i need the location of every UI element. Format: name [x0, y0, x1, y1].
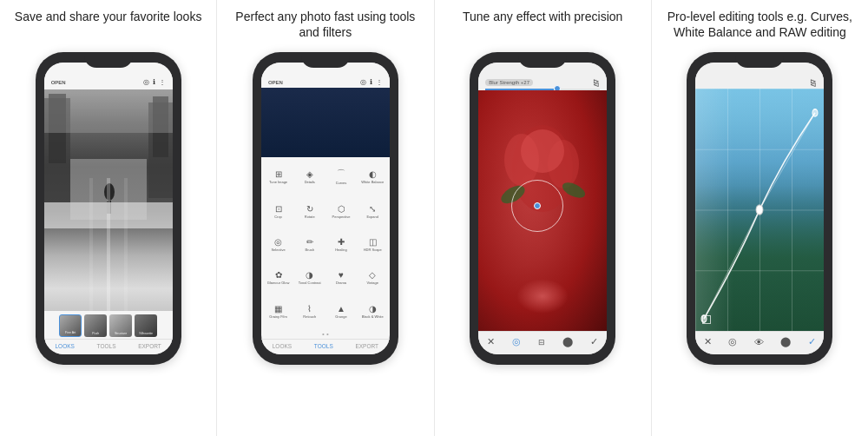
tune-image-label: Tune Image	[269, 180, 287, 184]
notch-2	[301, 52, 350, 68]
black-white-label: Black & White	[362, 314, 384, 319]
white-balance-label: White Balance	[361, 180, 384, 184]
tool-white-balance[interactable]: ◐ White Balance	[358, 159, 388, 194]
grainy-film-label: Grainy Film	[269, 314, 286, 319]
healing-icon: ✚	[338, 237, 345, 247]
tool-vintage[interactable]: ◇ Vintage	[358, 261, 388, 294]
location-icon-2: ◎	[360, 78, 366, 86]
screen-1: OPEN ◎ ℹ ⋮	[44, 63, 173, 354]
tool-expand[interactable]: ⤡ Expand	[358, 195, 388, 227]
tool-rotate[interactable]: ↻ Rotate	[294, 195, 325, 227]
panel-1-caption: Save and share your favorite looks	[15, 9, 202, 45]
tool-glamour-glow[interactable]: ✿ Glamour Glow	[263, 261, 293, 294]
tool-crop[interactable]: ⊡ Crop	[263, 195, 293, 227]
tool-grunge[interactable]: ▲ Grunge	[326, 295, 356, 327]
tool-drama[interactable]: ♥ Drama	[326, 261, 356, 294]
phone-frame-2: OPEN ◎ ℹ ⋮ ⊞ Tune Image ◈ Details	[253, 52, 398, 365]
info-icon-2: ℹ	[370, 78, 372, 86]
open-button[interactable]: OPEN	[51, 80, 66, 85]
vintage-icon: ◇	[369, 270, 376, 280]
tool-grainy-film[interactable]: ▦ Grainy Film	[263, 295, 293, 327]
tab-looks-2[interactable]: LOOKS	[273, 343, 292, 349]
svg-rect-8	[44, 89, 173, 133]
tool-brush[interactable]: ✏ Brush	[294, 228, 325, 261]
p4-main-photo	[695, 89, 824, 331]
cancel-icon-4[interactable]: ✕	[704, 336, 712, 347]
p2-main-photo	[261, 88, 390, 157]
selective-label: Selective	[271, 248, 285, 252]
phone-frame-1: OPEN ◎ ℹ ⋮	[36, 52, 181, 365]
notch-3	[518, 52, 567, 68]
panel-4-caption: Pro-level editing tools e.g. Curves, Whi…	[659, 9, 861, 45]
tab-export-2[interactable]: EXPORT	[355, 343, 378, 349]
tool-perspective[interactable]: ⬡ Perspective	[326, 195, 356, 227]
tab-tools-2[interactable]: TOOLS	[314, 343, 333, 349]
split-view-icon-4[interactable]: ⧎	[810, 78, 817, 87]
mask-icon[interactable]: ⬤	[562, 336, 573, 347]
eye-icon-4[interactable]: 👁	[754, 337, 764, 347]
vintage-label: Vintage	[367, 281, 379, 285]
p3-selection-dot[interactable]	[534, 202, 541, 209]
open-button-2[interactable]: OPEN	[268, 80, 283, 85]
tool-curves[interactable]: ⌒ Curves	[326, 159, 356, 194]
layers-icon-4[interactable]: ⬤	[780, 336, 791, 347]
grainy-film-icon: ▦	[274, 304, 282, 314]
healing-label: Healing	[335, 248, 347, 252]
drama-label: Drama	[336, 281, 346, 285]
panel-tools-filters: Perfect any photo fast using tools and f…	[217, 0, 434, 436]
grunge-icon: ▲	[337, 304, 345, 314]
filter-fine-art[interactable]: Fine Art	[59, 314, 82, 337]
p1-tab-bar: LOOKS TOOLS EXPORT	[44, 339, 173, 354]
tool-healing[interactable]: ✚ Healing	[326, 228, 356, 261]
circle-icon-4[interactable]: ◎	[728, 336, 737, 347]
tool-tonal-contrast[interactable]: ◑ Tonal Contrast	[294, 261, 325, 294]
selective-adjust-icon[interactable]: ◎	[512, 336, 521, 347]
svg-rect-7	[44, 202, 173, 228]
hdr-scape-icon: ◫	[369, 237, 377, 247]
svg-line-19	[760, 113, 815, 210]
glamour-glow-label: Glamour Glow	[267, 281, 290, 285]
tool-retouch[interactable]: ⌇ Retouch	[294, 295, 325, 327]
p2-tab-bar: LOOKS TOOLS EXPORT	[261, 339, 390, 354]
scroll-indicator: • •	[261, 329, 390, 339]
rotate-label: Rotate	[305, 215, 315, 219]
topbar-icons: ◎ ℹ ⋮	[143, 78, 166, 86]
p1-main-image	[44, 89, 173, 311]
rotate-icon: ↻	[306, 204, 313, 214]
panel-tune-effect: Tune any effect with precision Blur Stre…	[435, 0, 652, 436]
tool-selective[interactable]: ◎ Selective	[263, 228, 293, 261]
p4-curves-svg	[695, 89, 824, 331]
panel-pro-tools: Pro-level editing tools e.g. Curves, Whi…	[652, 0, 868, 436]
details-icon: ◈	[306, 169, 313, 179]
tune-image-icon: ⊞	[275, 169, 282, 179]
more-icon-2[interactable]: ⋮	[376, 78, 383, 86]
panel-3-caption: Tune any effect with precision	[463, 9, 622, 45]
tool-black-white[interactable]: ◑ Black & White	[358, 295, 388, 327]
svg-line-18	[704, 210, 760, 320]
more-icon[interactable]: ⋮	[159, 78, 166, 86]
adjust-sliders-icon[interactable]: ⊟	[538, 338, 545, 347]
tool-tune-image[interactable]: ⊞ Tune Image	[263, 159, 293, 194]
screen-2: OPEN ◎ ℹ ⋮ ⊞ Tune Image ◈ Details	[261, 63, 390, 354]
confirm-icon[interactable]: ✓	[590, 336, 598, 347]
tab-looks[interactable]: LOOKS	[55, 343, 74, 349]
grunge-label: Grunge	[335, 314, 346, 319]
curves-icon: ⌒	[337, 168, 345, 180]
tab-tools[interactable]: TOOLS	[97, 343, 116, 349]
expand-icon: ⤡	[369, 204, 376, 214]
split-view-icon[interactable]: ⧎	[593, 78, 600, 87]
black-white-icon: ◑	[369, 304, 377, 314]
tool-hdr-scape[interactable]: ◫ HDR Scape	[358, 228, 388, 261]
cancel-icon[interactable]: ✕	[487, 336, 495, 347]
filter-structure[interactable]: Structure	[109, 314, 132, 337]
tab-export[interactable]: EXPORT	[138, 343, 161, 349]
p3-selection-circle[interactable]	[511, 180, 563, 232]
filter-push[interactable]: Push	[84, 314, 107, 337]
p1-filter-bar: Fine Art Push Structure Silhouette	[44, 311, 173, 339]
filter-silhouette[interactable]: Silhouette	[135, 314, 157, 337]
confirm-icon-4[interactable]: ✓	[808, 336, 816, 347]
retouch-icon: ⌇	[307, 304, 312, 314]
tool-details[interactable]: ◈ Details	[294, 159, 325, 194]
p3-bottombar: ✕ ◎ ⊟ ⬤ ✓	[478, 331, 607, 354]
p2-tools-grid: ⊞ Tune Image ◈ Details ⌒ Curves ◐ White …	[261, 157, 390, 329]
